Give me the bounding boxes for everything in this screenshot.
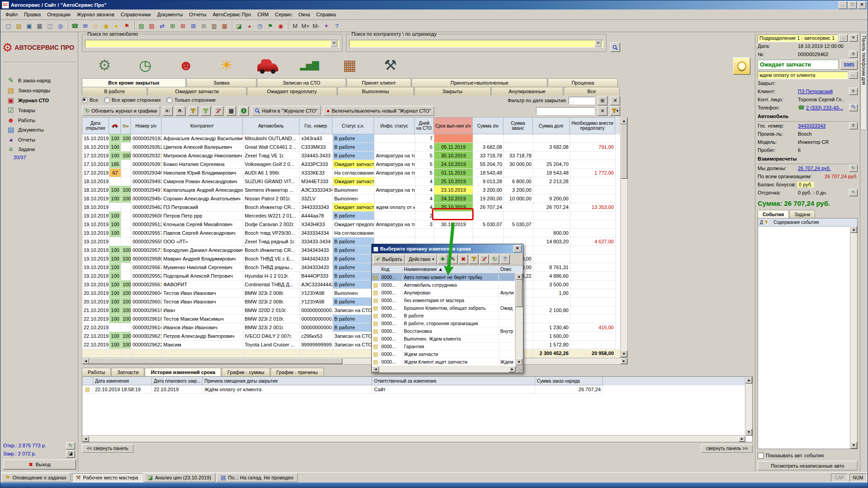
maximize-button[interactable]: □	[848, 1, 857, 9]
print-journal-button[interactable]: ▦	[226, 106, 236, 116]
reason-row[interactable]: ▤ 0000... Автомобиль сотрудника	[372, 281, 523, 289]
toolbar-send-sms-icon[interactable]: ✉	[81, 21, 90, 30]
grid-horizontal-scrollbar[interactable]: ◄ ►	[82, 358, 628, 365]
detail-tab[interactable]: Работы	[82, 368, 111, 376]
order-row[interactable]: 22.10.2019 00000029614 Иванов Иван Ивано…	[82, 323, 621, 332]
order-row[interactable]: 21.10.2019 100 100 00000029619 Иван BMW …	[82, 306, 621, 315]
col-header-info-status[interactable]: Инфо. статус	[374, 117, 415, 134]
telephony-panel-tab[interactable]: Панель телефонии для	[860, 33, 867, 130]
toolbar-save-icon[interactable]: ▣	[24, 21, 34, 30]
scroll-right-button[interactable]: ►	[621, 358, 627, 364]
toolbar-client-smile-icon[interactable]: ☺	[91, 21, 100, 30]
scroll-down-button[interactable]: ▼	[850, 442, 857, 449]
reason-row[interactable]: ▤ 0000... В работе, сторонняя организаци…	[372, 320, 523, 327]
day-check-icon[interactable]: ☀	[217, 55, 237, 75]
scroll-left-button[interactable]: ◄	[82, 436, 89, 442]
events-tab[interactable]: Задачи	[789, 210, 815, 218]
col-header-number[interactable]: Номер з/н	[131, 117, 161, 134]
closed-orders-total[interactable]: Закр.: 2 072 р.	[3, 451, 36, 458]
we-owe-link[interactable]: 26 707,24 руб.	[798, 166, 848, 171]
minimize-button[interactable]: _	[839, 1, 847, 9]
find-in-journal-button[interactable]: Найти в "Журнале СТО"	[251, 106, 321, 116]
order-row[interactable]: 19.10.2019 100 100 00000029571 Бородулин…	[82, 246, 621, 255]
resize-grip[interactable]	[516, 366, 522, 372]
sidebar-item-dokumenty[interactable]: ▤ Документы	[7, 126, 76, 134]
toolbar-doc-out-icon[interactable]: ▤	[147, 21, 157, 30]
toolbar-coins-icon[interactable]: ◉	[101, 21, 111, 30]
menu-item[interactable]: АвтоСервис Про	[209, 11, 254, 18]
taskbar-button-stock-doc[interactable]: ▤ По..: На склад. Не проведен	[217, 473, 298, 482]
toolbar-wizard-icon[interactable]: ✶	[322, 21, 331, 30]
department-select-button[interactable]: ...	[839, 34, 848, 42]
department-clear-button[interactable]: ✕	[849, 34, 858, 42]
col-header-order-sum[interactable]: Сумма заказ наряда	[535, 377, 603, 385]
col-header-code[interactable]: Код	[380, 265, 403, 273]
dialog-refresh-button[interactable]: ↻	[490, 255, 499, 264]
key-percent-column-icon[interactable]	[121, 117, 131, 134]
history-row[interactable]: ▤ 22.10.2019 18:58:19 22.10.2019 Ждём оп…	[82, 385, 752, 394]
scroll-left-button[interactable]: ◄	[82, 358, 89, 364]
col-header-change-date[interactable]: Дата изменения	[93, 377, 152, 385]
status-group-tab[interactable]: Все кроме закрытых	[82, 78, 186, 87]
sidebar-item-zadachi[interactable]: ≡ Задачи	[7, 145, 76, 153]
car-attachments-button[interactable]: 0	[849, 122, 858, 129]
status-group-tab[interactable]: Принятые>выполненные	[412, 78, 547, 87]
sidebar-item-zhurnal-sto[interactable]: ▣ Журнал СТО	[7, 96, 76, 104]
events-scrollbar[interactable]: ▲ ▼	[850, 226, 857, 449]
department-field[interactable]: Подразделение 1 - автосервис 1	[758, 34, 838, 42]
scroll-left-button[interactable]: ◄	[372, 366, 379, 372]
history-horizontal-scrollbar[interactable]: ◄ ►	[82, 435, 745, 442]
col-header-plate[interactable]: Гос. номер	[299, 117, 332, 134]
exit-button[interactable]: ✖ Выход	[3, 460, 76, 469]
detail-tab[interactable]: График - причины	[270, 368, 323, 376]
reason-row[interactable]: ▤ 0000... Гарантия	[372, 343, 523, 351]
scope-radio[interactable]: Только сторонние	[166, 97, 215, 103]
toolbar-pie-icon[interactable]: ◕	[245, 21, 254, 30]
order-row[interactable]: 18.10.2019 00000029462 ПЗ Петровский Bos…	[82, 203, 621, 212]
order-row[interactable]: 19.10.2019 100 00000029512 Клочьков Серг…	[82, 220, 621, 229]
scroll-right-button[interactable]: ►	[509, 366, 516, 372]
status-tab[interactable]: Анулированные	[491, 87, 563, 95]
attachments-button[interactable]: 0	[849, 51, 858, 58]
refresh-journal-button[interactable]: ↻ Обновить журнал и графики	[82, 106, 160, 116]
status-group-tab[interactable]: Проценка	[548, 78, 618, 87]
clear-filter-button[interactable]	[213, 106, 223, 116]
col-header-car[interactable]: Автомобиль	[243, 117, 299, 134]
toolbar-flag-green-icon[interactable]: ⚑	[266, 21, 275, 30]
reason-row[interactable]: ▤ 0000... Выполнен. Ждем клиента	[372, 335, 523, 343]
reason-row[interactable]: ▤ 0000... без коментария от мастера	[372, 297, 523, 304]
client-attachments-button[interactable]: 0	[849, 88, 858, 95]
scroll-thumb[interactable]	[89, 358, 342, 364]
sidebar-item-raboty[interactable]: ☻ Работы	[7, 116, 76, 124]
order-row[interactable]: 17.10.2019 185 00000029391 Божко Наталия…	[82, 160, 621, 169]
order-row[interactable]: 19.10.2019 100 00000029608 Петров Петр р…	[82, 212, 621, 220]
history-vertical-scrollbar[interactable]: ▲ ▼	[745, 377, 752, 436]
status-tab[interactable]: Ожидают предоплату	[247, 87, 337, 95]
status-tab[interactable]: Закрыты	[414, 87, 491, 95]
toolbar-memory-plus-icon[interactable]: М+	[301, 21, 310, 30]
menu-item[interactable]: Правка	[21, 11, 44, 18]
quick-filter-combo[interactable]	[536, 107, 595, 115]
collapse-panel-right-button[interactable]: свернуть панель >>	[701, 444, 753, 453]
tips-lightbulb-button[interactable]	[733, 57, 750, 75]
col-header-plan-date[interactable]: Дата планового закр...	[152, 377, 203, 385]
reason-row[interactable]: ▤ 0000... Брошено Клиентом, обещал забра…	[372, 304, 523, 312]
dialog-horizontal-scrollbar[interactable]: ◄ ►	[372, 366, 516, 372]
toolbar-table-blue-icon[interactable]: ⊞	[189, 21, 198, 30]
toolbar-help-icon[interactable]: ?	[332, 21, 342, 30]
toggle-new-journal-button[interactable]: ● Включить/выключить новый "Журнал СТО"	[323, 106, 434, 116]
sidebar-item-v-zakaz-naryad[interactable]: ✎ В заказ-наряд	[7, 76, 76, 85]
col-header-name[interactable]: Наименование ▲	[403, 265, 499, 273]
order-row[interactable]: 19.10.2019 100 00000029567 Мукиенко Нико…	[82, 263, 621, 272]
toolbar-doc-transfer-icon[interactable]: ⇄	[157, 21, 167, 30]
toolbar-stock-icon[interactable]: ▥	[209, 21, 219, 30]
info-button[interactable]: i	[239, 106, 249, 116]
reason-row[interactable]: ▤ 0000... Авто готово клиент не берёт тр…	[372, 274, 523, 281]
order-row[interactable]: 18.10.2019 100 100 00000029454 Сорокин А…	[82, 194, 621, 203]
schedule-clock-icon[interactable]: ◷	[135, 55, 155, 75]
reason-row[interactable]: ▤ 0000... Восстановка Внутр	[372, 327, 523, 335]
toolbar-open-icon[interactable]: ▧	[14, 21, 24, 30]
toolbar-pin-icon[interactable]: ◉	[276, 21, 285, 30]
diagnostics-icon[interactable]: ⚒	[380, 55, 400, 75]
sms-button[interactable]: SMS	[840, 60, 858, 70]
